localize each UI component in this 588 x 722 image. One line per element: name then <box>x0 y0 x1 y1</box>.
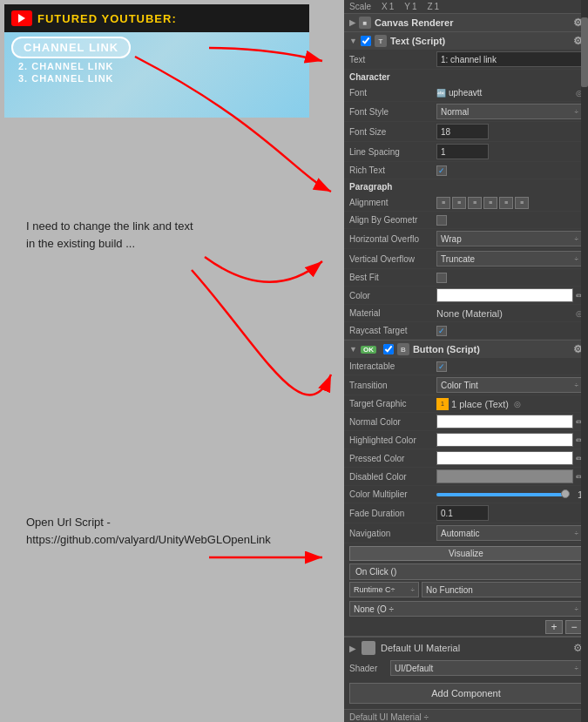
shader-label: Shader <box>349 664 385 673</box>
font-size-label: Font Size <box>349 127 436 137</box>
interactable-label: Interactable <box>349 361 436 371</box>
font-style-label: Font Style <box>349 107 436 117</box>
navigation-dropdown[interactable]: Automatic ÷ <box>436 525 583 541</box>
line-spacing-input[interactable] <box>436 144 489 159</box>
fade-duration-label: Fade Duration <box>349 509 436 518</box>
line-spacing-label: Line Spacing <box>349 147 436 157</box>
slider-thumb[interactable] <box>561 489 570 498</box>
font-style-arrow: ÷ <box>575 108 578 116</box>
channel-link-2: 2. CHANNEL LINK <box>18 61 302 71</box>
scrollbar-thumb[interactable] <box>581 17 588 87</box>
horizontal-overflow-row: Horizontal Overflo Wrap ÷ <box>344 229 588 249</box>
navigation-arrow: ÷ <box>575 530 578 537</box>
youtube-icon <box>11 10 32 26</box>
scale-z: Z 1 <box>427 2 439 11</box>
transition-row: Transition Color Tint ÷ <box>344 375 588 395</box>
align-right-btn[interactable]: ≡ <box>468 197 482 209</box>
align-justify-btn[interactable]: ≡ <box>483 197 497 209</box>
align-by-geometry-checkbox[interactable] <box>436 215 447 226</box>
collapse-icon: ▶ <box>349 18 355 27</box>
canvas-renderer-header[interactable]: ▶ ■ Canvas Renderer ⚙ <box>344 14 588 31</box>
pressed-color-swatch[interactable] <box>436 451 573 465</box>
fade-duration-row: Fade Duration <box>344 503 588 523</box>
alignment-label: Alignment <box>349 198 436 207</box>
scale-y: Y 1 <box>404 2 416 11</box>
none-dropdown[interactable]: None (O ÷ ÷ <box>349 601 583 617</box>
normal-color-swatch[interactable] <box>436 415 573 428</box>
canvas-renderer-icon: ■ <box>359 17 371 29</box>
text-collapse-icon: ▼ <box>349 37 357 45</box>
transition-dropdown[interactable]: Color Tint ÷ <box>436 377 583 393</box>
color-multiplier-slider[interactable]: 1 <box>436 489 583 500</box>
runtime-arrow: ÷ <box>411 586 415 594</box>
rich-text-checkbox[interactable]: ✓ <box>436 165 447 176</box>
visualize-button[interactable]: Visualize <box>349 546 583 561</box>
disabled-color-swatch[interactable] <box>436 469 573 483</box>
line-spacing-row: Line Spacing <box>344 142 588 162</box>
vert-overflow-arrow: ÷ <box>575 255 578 263</box>
text-property-row: Text <box>344 50 588 70</box>
material-collapse[interactable]: ▶ <box>349 644 356 653</box>
bottom-bar-label: Default UI Material ÷ <box>349 712 429 722</box>
function-dropdown[interactable]: No Function <box>422 582 583 597</box>
none-row: None (O ÷ ÷ <box>344 599 588 618</box>
color-row: Color ✏ <box>344 287 588 305</box>
font-row: Font 🔤 upheavtt ◎ <box>344 84 588 102</box>
character-title: Character <box>344 70 588 84</box>
color-swatch[interactable] <box>436 288 573 302</box>
text-script-header[interactable]: ▼ T Text (Script) ⚙ <box>344 32 588 50</box>
scale-x: X 1 <box>382 2 394 11</box>
navigation-row: Navigation Automatic ÷ <box>344 523 588 543</box>
target-graphic-row: Target Graphic 1 1 place (Text) ◎ <box>344 395 588 413</box>
button-script-checkbox[interactable] <box>383 344 394 354</box>
text-label: Text <box>349 55 436 64</box>
rich-text-label: Rich Text <box>349 165 436 175</box>
channel-link-1[interactable]: CHANNEL LINK <box>11 37 131 58</box>
runtime-dropdown[interactable]: Runtime C÷ ÷ <box>349 582 419 597</box>
text-value-input[interactable] <box>436 51 583 67</box>
button-script-header[interactable]: ▼ OK B Button (Script) ⚙ <box>344 341 588 358</box>
fade-duration-input[interactable] <box>436 505 489 521</box>
canvas-renderer-section: ▶ ■ Canvas Renderer ⚙ <box>344 14 588 32</box>
runtime-row: Runtime C÷ ÷ No Function <box>344 580 588 599</box>
target-graphic-select[interactable]: ◎ <box>514 400 521 408</box>
highlighted-color-row: Highlighted Color ✏ <box>344 431 588 449</box>
alignment-row: Alignment ≡ ≡ ≡ ≡ ≡ ≡ <box>344 194 588 212</box>
vertical-overflow-label: Vertical Overflow <box>349 254 436 264</box>
highlighted-color-swatch[interactable] <box>436 433 573 447</box>
target-graphic-label: Target Graphic <box>349 399 436 408</box>
interactable-checkbox[interactable]: ✓ <box>436 361 447 372</box>
horizontal-overflow-dropdown[interactable]: Wrap ÷ <box>436 231 583 246</box>
material-value-container: None (Material) ◎ <box>436 308 583 319</box>
align-top-btn[interactable]: ≡ <box>499 197 513 209</box>
align-by-geometry-row: Align By Geometr <box>344 212 588 229</box>
add-onclick-button[interactable]: + <box>545 620 563 634</box>
align-middle-btn[interactable]: ≡ <box>515 197 529 209</box>
raycast-target-checkbox[interactable]: ✓ <box>436 326 447 336</box>
align-center-btn[interactable]: ≡ <box>452 197 466 209</box>
visualize-container: Visualize <box>344 546 588 561</box>
align-left-btn[interactable]: ≡ <box>436 197 450 209</box>
button-script-icon: B <box>397 343 409 355</box>
material-row: Material None (Material) ◎ <box>344 305 588 322</box>
vertical-overflow-dropdown[interactable]: Truncate ÷ <box>436 251 583 267</box>
add-component-button[interactable]: Add Component <box>349 683 583 704</box>
alignment-buttons: ≡ ≡ ≡ ≡ ≡ ≡ <box>436 197 529 209</box>
disabled-color-row: Disabled Color ✏ <box>344 468 588 486</box>
ok-badge: OK <box>361 346 376 354</box>
shader-arrow: ÷ <box>575 665 578 672</box>
font-size-input[interactable] <box>436 124 489 139</box>
material-icon <box>362 641 375 655</box>
remove-onclick-button[interactable]: − <box>565 620 583 634</box>
text-script-icon: T <box>375 35 387 47</box>
pressed-color-row: Pressed Color ✏ <box>344 449 588 468</box>
text-script-checkbox[interactable] <box>361 36 371 46</box>
interactable-row: Interactable ✓ <box>344 358 588 375</box>
shader-dropdown[interactable]: UI/Default ÷ <box>390 660 583 676</box>
font-size-row: Font Size <box>344 122 588 142</box>
horizontal-overflow-label: Horizontal Overflo <box>349 234 436 244</box>
scrollbar[interactable] <box>581 0 588 722</box>
font-style-dropdown[interactable]: Normal ÷ <box>436 104 583 119</box>
best-fit-checkbox[interactable] <box>436 273 447 283</box>
paragraph-title: Paragraph <box>344 179 588 194</box>
